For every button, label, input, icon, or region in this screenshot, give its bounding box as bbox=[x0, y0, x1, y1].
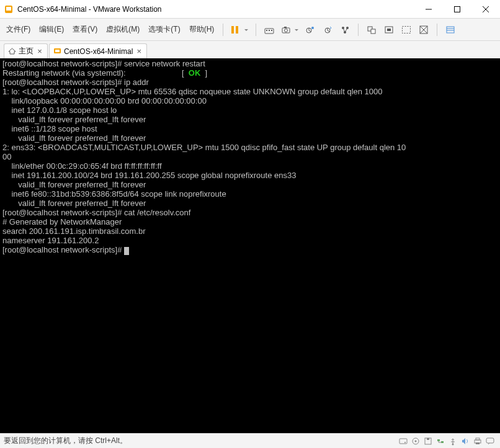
svg-rect-42 bbox=[476, 438, 480, 440]
svg-rect-10 bbox=[269, 30, 270, 31]
terminal-line: inet 127.0.0.1/8 scope host lo bbox=[2, 105, 117, 115]
snapshot-manager-icon[interactable] bbox=[337, 22, 353, 38]
svg-rect-7 bbox=[236, 26, 238, 34]
terminal-line: 00 bbox=[2, 152, 11, 161]
menu-edit[interactable]: 编辑(E) bbox=[35, 22, 68, 37]
terminal-line: # Generated by NetworkManager bbox=[2, 217, 122, 226]
svg-rect-44 bbox=[486, 438, 494, 443]
terminal-prompt: [root@localhost network-scripts]# bbox=[2, 208, 124, 217]
tab-home-label: 主页 bbox=[19, 46, 33, 56]
svg-rect-14 bbox=[284, 27, 287, 28]
terminal-line: link/loopback 00:00:00:00:00:00 brd 00:0… bbox=[2, 96, 207, 105]
terminal-cmd: service network restart bbox=[124, 59, 205, 68]
menu-view[interactable]: 查看(V) bbox=[69, 22, 101, 37]
cdrom-icon[interactable] bbox=[410, 436, 421, 447]
status-bar: 要返回到您的计算机，请按 Ctrl+Alt。 bbox=[0, 433, 500, 448]
terminal-cmd: ip addr bbox=[124, 78, 149, 87]
snapshot-manage-button[interactable] bbox=[302, 22, 318, 38]
terminal-line: inet6 ::1/128 scope host bbox=[2, 124, 97, 133]
fullscreen-button[interactable] bbox=[398, 22, 414, 38]
menu-file[interactable]: 文件(F) bbox=[2, 22, 34, 37]
svg-point-35 bbox=[415, 440, 417, 442]
vm-icon bbox=[53, 47, 61, 55]
svg-rect-37 bbox=[427, 438, 429, 440]
toolbar-separator bbox=[437, 24, 437, 36]
home-icon bbox=[8, 47, 16, 55]
svg-rect-32 bbox=[400, 439, 407, 444]
tab-vm[interactable]: CentOS-x64-Minimal × bbox=[49, 43, 147, 58]
svg-point-16 bbox=[311, 27, 314, 29]
svg-point-13 bbox=[285, 29, 288, 32]
terminal-viewport[interactable]: [root@localhost network-scripts]# servic… bbox=[0, 58, 500, 433]
terminal-line: inet 191.161.200.100/24 brd 191.161.200.… bbox=[2, 171, 296, 180]
menu-help[interactable]: 帮助(H) bbox=[185, 22, 218, 37]
toolbar-separator bbox=[256, 24, 256, 36]
toolbar-separator bbox=[223, 24, 223, 36]
terminal-line: valid_lft forever preferred_lft forever bbox=[2, 115, 146, 124]
svg-rect-11 bbox=[271, 30, 272, 31]
printer-icon[interactable] bbox=[472, 436, 483, 447]
svg-rect-6 bbox=[231, 26, 234, 34]
power-pause-button[interactable] bbox=[228, 22, 251, 38]
sound-icon[interactable] bbox=[460, 436, 471, 447]
terminal-line: search 200.161.191.isp.timbrasil.com.br bbox=[2, 226, 146, 236]
menu-vm[interactable]: 虚拟机(M) bbox=[102, 22, 143, 37]
svg-rect-31 bbox=[55, 50, 60, 52]
maximize-button[interactable] bbox=[443, 0, 471, 19]
fit-guest-button[interactable] bbox=[364, 22, 380, 38]
terminal-line: Restarting network (via systemctl): bbox=[2, 68, 126, 78]
svg-rect-38 bbox=[437, 439, 440, 441]
revert-snapshot-button[interactable] bbox=[319, 22, 336, 38]
svg-rect-25 bbox=[403, 26, 411, 33]
svg-point-33 bbox=[404, 442, 406, 443]
svg-rect-9 bbox=[266, 30, 267, 31]
toolbar-separator bbox=[358, 24, 359, 36]
terminal-line: link/ether 00:0c:29:c0:65:4f brd ff:ff:f… bbox=[2, 161, 162, 171]
svg-point-40 bbox=[452, 443, 454, 445]
terminal-line: ] bbox=[200, 68, 207, 78]
terminal-prompt: [root@localhost network-scripts]# bbox=[2, 78, 124, 87]
terminal-line: valid_lft forever preferred_lft forever bbox=[2, 133, 146, 143]
terminal-line: 1: lo: <LOOPBACK,UP,LOWER_UP> mtu 65536 … bbox=[2, 87, 383, 96]
send-ctrl-alt-del-button[interactable] bbox=[261, 22, 277, 38]
library-button[interactable] bbox=[442, 22, 458, 38]
app-icon bbox=[4, 4, 14, 14]
svg-rect-24 bbox=[387, 29, 391, 31]
tab-home[interactable]: 主页 × bbox=[4, 43, 48, 58]
disk-icon[interactable] bbox=[398, 436, 409, 447]
terminal-ok: OK bbox=[189, 68, 201, 78]
network-icon[interactable] bbox=[435, 436, 446, 447]
menu-tabs[interactable]: 选项卡(T) bbox=[145, 22, 184, 37]
svg-rect-43 bbox=[476, 442, 480, 444]
terminal-line: nameserver 191.161.200.2 bbox=[2, 236, 99, 245]
menu-bar: 文件(F) 编辑(E) 查看(V) 虚拟机(M) 选项卡(T) 帮助(H) bbox=[0, 19, 500, 41]
window-title: CentOS-x64-Minimal - VMware Workstation bbox=[17, 5, 414, 14]
tab-vm-label: CentOS-x64-Minimal bbox=[64, 47, 133, 56]
stretch-guest-button[interactable] bbox=[381, 22, 397, 38]
message-icon[interactable] bbox=[484, 436, 496, 447]
terminal-prompt: [root@localhost network-scripts]# bbox=[2, 59, 124, 68]
svg-rect-1 bbox=[6, 7, 11, 11]
tab-home-close[interactable]: × bbox=[36, 48, 43, 55]
terminal-line: valid_lft forever preferred_lft forever bbox=[2, 199, 146, 208]
snapshot-button[interactable] bbox=[279, 22, 301, 38]
usb-icon[interactable] bbox=[447, 436, 458, 447]
title-bar: CentOS-x64-Minimal - VMware Workstation bbox=[0, 0, 500, 19]
terminal-cmd: cat /etc/resolv.conf bbox=[124, 208, 190, 217]
terminal-pad: [ bbox=[126, 68, 189, 78]
terminal-line: 2: ens33: <BROADCAST,MULTICAST,UP,LOWER_… bbox=[2, 143, 406, 152]
svg-rect-27 bbox=[447, 27, 454, 33]
tab-bar: 主页 × CentOS-x64-Minimal × bbox=[0, 41, 500, 58]
minimize-button[interactable] bbox=[414, 0, 443, 19]
unity-button[interactable] bbox=[416, 22, 432, 38]
terminal-line: valid_lft forever preferred_lft forever bbox=[2, 180, 146, 189]
status-text: 要返回到您的计算机，请按 Ctrl+Alt。 bbox=[4, 436, 127, 446]
floppy-icon[interactable] bbox=[422, 436, 434, 447]
close-button[interactable] bbox=[471, 0, 500, 19]
terminal-prompt: [root@localhost network-scripts]# bbox=[2, 245, 124, 254]
terminal-line: inet6 fe80::31bd:b539:6386:8f5d/64 scope… bbox=[2, 189, 226, 199]
svg-rect-22 bbox=[371, 29, 375, 34]
svg-rect-3 bbox=[455, 6, 460, 12]
tab-vm-close[interactable]: × bbox=[135, 48, 143, 55]
cursor bbox=[124, 247, 129, 255]
